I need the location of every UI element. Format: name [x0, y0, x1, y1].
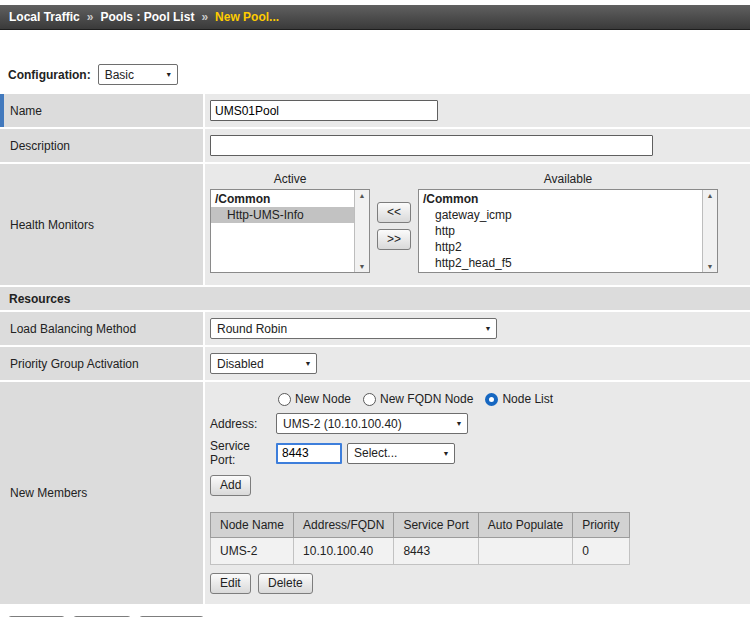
scroll-up-icon[interactable]: ▲	[359, 192, 366, 199]
add-button[interactable]: Add	[210, 475, 251, 496]
radio-label: Node List	[502, 392, 553, 406]
available-monitor-item[interactable]: http2	[419, 239, 702, 255]
scroll-down-icon[interactable]: ▼	[359, 263, 366, 270]
priority-group-label: Priority Group Activation	[0, 347, 205, 380]
service-select[interactable]: Select... ▼	[347, 443, 455, 464]
column-header: Priority	[573, 513, 629, 538]
column-header: Auto Populate	[478, 513, 572, 538]
description-label-text: Description	[10, 139, 70, 153]
configuration-label: Configuration:	[8, 68, 91, 82]
new-members-row: New Members New Node New FQDN Node Node …	[0, 382, 750, 606]
available-monitor-item[interactable]: http	[419, 223, 702, 239]
address-line: Address: UMS-2 (10.10.100.40) ▼	[210, 413, 744, 434]
active-monitors-title: Active	[210, 172, 370, 189]
breadcrumb-new-pool: New Pool...	[215, 10, 279, 24]
radio-node-list[interactable]: Node List	[485, 392, 553, 406]
configuration-select-value: Basic	[105, 68, 134, 82]
load-balancing-select[interactable]: Round Robin ▼	[210, 318, 497, 339]
available-monitors-group: /Common	[419, 190, 702, 207]
description-label: Description	[0, 129, 205, 162]
available-monitors-column: Available /Common gateway_icmp http http…	[418, 172, 718, 273]
monitor-move-buttons: << >>	[377, 202, 411, 250]
load-balancing-select-value: Round Robin	[217, 322, 287, 336]
description-input[interactable]	[210, 135, 653, 156]
member-actions: Edit Delete	[210, 573, 744, 594]
service-port-label: Service Port:	[210, 439, 276, 467]
description-row: Description	[0, 129, 750, 164]
radio-icon	[278, 393, 291, 406]
active-monitors-listbox[interactable]: /Common Http-UMS-Info ▲ ▼	[210, 189, 370, 273]
cell-service-port: 8443	[394, 538, 478, 565]
name-input[interactable]	[210, 100, 438, 121]
delete-button[interactable]: Delete	[258, 573, 313, 594]
move-to-available-button[interactable]: >>	[377, 229, 411, 250]
radio-icon	[363, 393, 376, 406]
cell-node-name: UMS-2	[211, 538, 294, 565]
active-listbox-scrollbar[interactable]: ▲ ▼	[354, 190, 369, 272]
configuration-row: Configuration: Basic ▼	[8, 64, 750, 85]
address-label: Address:	[210, 417, 276, 431]
active-monitors-group: /Common	[211, 190, 354, 207]
table-row[interactable]: UMS-2 10.10.100.40 8443 0	[211, 538, 630, 565]
chevron-down-icon: ▼	[438, 450, 454, 457]
chevron-down-icon: ▼	[480, 325, 496, 332]
name-label-text: Name	[10, 104, 42, 118]
radio-label: New FQDN Node	[380, 392, 473, 406]
address-select-value: UMS-2 (10.10.100.40)	[283, 417, 402, 431]
new-members-label: New Members	[0, 382, 205, 604]
health-monitors-label-text: Health Monitors	[10, 218, 94, 232]
edit-button[interactable]: Edit	[210, 573, 251, 594]
breadcrumb-separator-icon: »	[201, 10, 208, 24]
health-monitors-row: Health Monitors Active /Common Http-UMS-…	[0, 164, 750, 287]
load-balancing-label: Load Balancing Method	[0, 312, 205, 345]
name-label: Name	[0, 94, 205, 127]
service-select-value: Select...	[354, 446, 397, 460]
load-balancing-label-text: Load Balancing Method	[10, 322, 136, 336]
radio-new-node[interactable]: New Node	[278, 392, 351, 406]
load-balancing-row: Load Balancing Method Round Robin ▼	[0, 312, 750, 347]
breadcrumb-pool-list[interactable]: Pools : Pool List	[100, 10, 194, 24]
breadcrumb-local-traffic[interactable]: Local Traffic	[9, 10, 80, 24]
column-header: Address/FQDN	[294, 513, 394, 538]
cell-address: 10.10.100.40	[294, 538, 394, 565]
move-to-active-button[interactable]: <<	[377, 202, 411, 223]
new-members-label-text: New Members	[10, 486, 87, 500]
priority-group-label-text: Priority Group Activation	[10, 357, 139, 371]
resources-section-title: Resources	[9, 292, 70, 306]
priority-group-select[interactable]: Disabled ▼	[210, 353, 317, 374]
cell-priority: 0	[573, 538, 629, 565]
available-listbox-scrollbar[interactable]: ▲ ▼	[702, 190, 717, 272]
available-monitors-listbox[interactable]: /Common gateway_icmp http http2 http2_he…	[418, 189, 718, 273]
available-monitor-item[interactable]: gateway_icmp	[419, 207, 702, 223]
scroll-up-icon[interactable]: ▲	[707, 192, 714, 199]
radio-label: New Node	[295, 392, 351, 406]
member-type-radios: New Node New FQDN Node Node List	[278, 392, 744, 406]
available-monitors-title: Available	[418, 172, 718, 189]
active-monitors-column: Active /Common Http-UMS-Info ▲ ▼	[210, 172, 370, 273]
name-row: Name	[0, 94, 750, 129]
radio-icon	[485, 393, 498, 406]
cell-auto-populate	[478, 538, 572, 565]
resources-section-header: Resources	[0, 287, 750, 312]
chevron-down-icon: ▼	[451, 420, 467, 427]
health-monitors-label: Health Monitors	[0, 164, 205, 285]
radio-new-fqdn-node[interactable]: New FQDN Node	[363, 392, 473, 406]
available-monitor-item[interactable]: http2_head_f5	[419, 255, 702, 271]
scroll-down-icon[interactable]: ▼	[707, 263, 714, 270]
breadcrumb-separator-icon: »	[87, 10, 94, 24]
chevron-down-icon: ▼	[161, 71, 177, 78]
members-table: Node Name Address/FQDN Service Port Auto…	[210, 512, 630, 565]
configuration-select[interactable]: Basic ▼	[98, 64, 178, 85]
service-port-line: Service Port: Select... ▼	[210, 439, 744, 467]
priority-group-select-value: Disabled	[217, 357, 264, 371]
members-table-header-row: Node Name Address/FQDN Service Port Auto…	[211, 513, 630, 538]
pool-form: Name Description Health Monitors Active …	[0, 94, 750, 606]
active-monitor-item[interactable]: Http-UMS-Info	[211, 207, 354, 223]
column-header: Service Port	[394, 513, 478, 538]
address-select[interactable]: UMS-2 (10.10.100.40) ▼	[276, 413, 468, 434]
chevron-down-icon: ▼	[300, 360, 316, 367]
column-header: Node Name	[211, 513, 294, 538]
service-port-input[interactable]	[276, 443, 342, 464]
priority-group-row: Priority Group Activation Disabled ▼	[0, 347, 750, 382]
breadcrumb: Local Traffic » Pools : Pool List » New …	[0, 5, 750, 30]
